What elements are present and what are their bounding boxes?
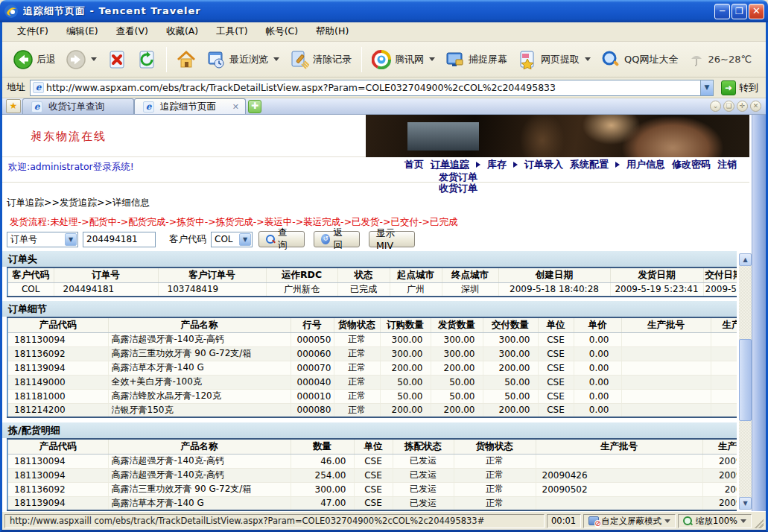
nav-order-entry[interactable]: 订单录入 [524,158,563,171]
table-cell: 50.00 [380,375,431,389]
title-bar[interactable]: 追踪细节页面 - Tencent Traveler ─ ❐ ✕ [0,0,768,22]
table-cell: COL [7,282,54,297]
page-extract-button[interactable]: 网页提取 [512,47,596,72]
customer-code-select[interactable]: COL ▼ [211,232,253,247]
menu-account[interactable]: 帐号(C) [258,23,305,40]
go-button[interactable]: ➜ 转到 [718,80,761,96]
table-cell: 高露洁超强牙膏-140克-高钙 [108,454,291,468]
chevron-down-icon[interactable] [740,519,746,523]
forward-button[interactable] [61,47,102,72]
return-icon: ↺ [321,234,330,244]
home-button[interactable] [171,47,201,72]
zoom-control[interactable]: 缩放100% [678,514,752,528]
nav-home[interactable]: 首页 [404,158,424,171]
submenu-ship-order[interactable]: 发货订单 [439,171,477,183]
nav-change-password[interactable]: 修改密码 [672,158,711,171]
clear-history-button[interactable]: 清除记录 [285,47,357,72]
submenu-receive-order[interactable]: 收货订单 [439,183,477,194]
nav-user-info[interactable]: 用户信息 [626,158,665,171]
menu-file[interactable]: 文件(F) [10,23,56,40]
table-row: 181139094高露洁草本牙膏-140 G000070正常200.00200.… [7,361,737,375]
menu-view[interactable]: 查看(V) [109,23,156,40]
nav-system-config[interactable]: 系统配置 [570,158,609,171]
stop-button[interactable] [102,47,132,72]
recent-browse-button[interactable]: 最近浏览 [201,47,285,72]
content-scrollbar[interactable]: ▲ ▼ [739,253,752,510]
order-number-input[interactable] [83,232,156,247]
table-cell: 0.00 [574,361,621,375]
menu-favorites[interactable]: 收藏(A) [159,23,206,40]
resize-grip[interactable] [754,514,764,528]
scroll-down-icon[interactable]: ▼ [739,497,752,510]
return-label: 返 回 [333,227,352,252]
clear-history-icon [290,50,309,69]
close-button[interactable]: ✕ [749,4,764,19]
table-cell [621,375,711,389]
forward-dropdown-icon[interactable] [91,57,97,61]
capture-screen-button[interactable]: 捕捉屏幕 [440,47,512,72]
tab-restore-button[interactable]: ❏ [723,101,734,112]
tab-list-button[interactable]: ⌄ [710,101,721,112]
table-cell: 200.00 [431,403,483,417]
zoom-icon [683,516,693,526]
table-cell: CSE [538,332,574,346]
menu-edit[interactable]: 编辑(E) [59,23,106,40]
table-cell: 300.00 [291,482,354,496]
table-cell: 已发运 [393,454,454,468]
page-icon: e [33,82,44,93]
table-cell: 正常 [334,403,380,417]
recent-dropdown-icon[interactable] [273,57,279,61]
column-header: 单位 [354,439,393,454]
nav-order-track[interactable]: 订单追踪 [431,158,469,171]
refresh-button[interactable] [132,47,162,72]
address-url[interactable]: http://www.aspxam.com/ebs/track/TrackDet… [46,82,700,93]
table-cell: CSE [538,346,574,361]
tab-close-icon[interactable]: ✕ [232,102,239,112]
scrollbar-thumb[interactable] [739,339,752,421]
table-cell: 200.00 [431,361,483,375]
menu-help[interactable]: 帮助(H) [308,23,356,40]
show-miv-label: 显示 MIV [376,227,407,251]
column-header: 产品代码 [7,317,108,332]
minimize-button[interactable]: ─ [714,4,730,19]
table-row: 181149000全效+美白牙膏-100克000040正常50.0050.005… [7,375,737,389]
search-form: 订单号 ▼ 客户代码 COL ▼ 查 询 ↺ 返 回 显示 [7,230,415,248]
scroll-up-icon[interactable]: ▲ [739,253,752,266]
extract-dropdown-icon[interactable] [585,57,591,61]
address-dropdown-icon[interactable]: ▼ [700,80,713,95]
stop-icon [107,50,127,69]
table-cell: 300.00 [483,332,538,346]
new-tab-button[interactable]: ✚ [248,100,261,113]
nav-logout[interactable]: 注销 [717,158,737,171]
tab-pin-button[interactable]: ✛ [737,101,748,112]
maximize-button[interactable]: ❐ [731,4,747,19]
chevron-down-icon[interactable] [664,519,670,523]
nav-inventory[interactable]: 库存 [487,158,507,171]
weather-widget[interactable]: 26~28℃ [689,52,752,67]
menu-tools[interactable]: 工具(T) [209,23,255,40]
tables-frame: 订单头 客户代码订单号客户订单号运作RDC状态起点城市终点城市创建日期发货日期交… [2,250,737,511]
table-cell: 高露洁超强牙膏-140克-高钙 [108,332,291,346]
tab-closeall-button[interactable]: ✕ [750,101,761,112]
back-button[interactable]: 后退 [8,47,61,72]
table-cell: 0.00 [574,332,621,346]
block-mode-control[interactable]: 自定义屏蔽模式 [583,514,676,528]
order-type-select[interactable]: 订单号 ▼ [7,232,78,247]
qq-sites-button[interactable]: QQ网址大全 [596,47,683,72]
tencent-site-button[interactable]: 腾讯网 [366,47,440,72]
column-header: 状态 [337,267,390,282]
query-button[interactable]: 查 询 [258,231,305,247]
table-cell: 103748419 [158,282,266,297]
return-button[interactable]: ↺ 返 回 [314,231,360,247]
address-field[interactable]: e http://www.aspxam.com/ebs/track/TrackD… [30,80,714,96]
column-header: 起点城市 [390,267,442,282]
tab-page-icon: e [31,101,42,113]
favorites-star-icon[interactable]: ★ [6,99,21,113]
welcome-text: 欢迎:administrator登录系统! [8,161,134,174]
tab-track-detail[interactable]: e 追踪细节页面 ✕ [134,98,246,114]
table-cell: 广州 [390,282,442,297]
show-miv-button[interactable]: 显示 MIV [369,231,415,247]
window-scroll-strip[interactable] [752,115,766,511]
tencent-dropdown-icon[interactable] [429,57,435,61]
tab-receipt-order-query[interactable]: e 收货订单查询 [22,98,134,114]
